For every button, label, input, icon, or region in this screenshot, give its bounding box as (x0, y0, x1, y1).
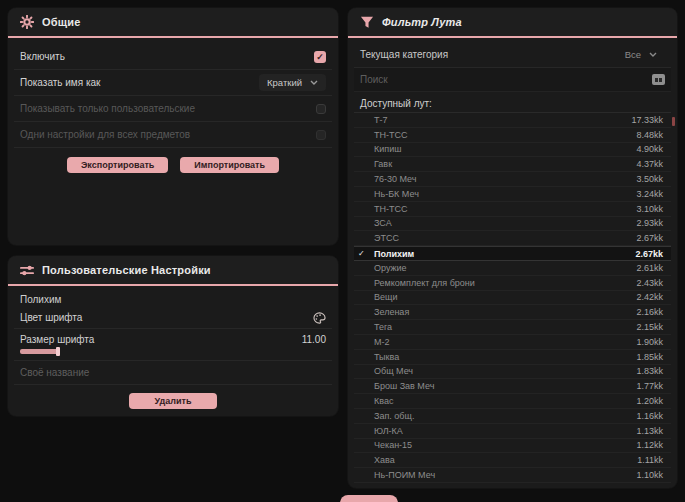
category-value: Все (625, 49, 641, 60)
loot-item-row[interactable]: ✓ Зап. общ. 1.16kk (354, 409, 671, 424)
loot-item-row[interactable]: ✓ Ремкомплект для брони 2.43kk (354, 276, 671, 291)
loot-item-name: Нь-ПОИМ Меч (374, 470, 435, 480)
only-custom-row: Показывать только пользовательские (14, 96, 332, 122)
loot-item-value: 2.67kk (636, 233, 663, 243)
loot-item-row[interactable]: ✓ Кипиш 4.90kk (354, 143, 671, 158)
loot-item-row[interactable]: ✓ Гавк 4.37kk (354, 157, 671, 172)
funnel-icon (360, 16, 374, 29)
loot-item-row[interactable]: ✓ Квас 1.20kk (354, 394, 671, 409)
loot-item-row[interactable]: ✓ Оружие 2.61kk (354, 261, 671, 276)
chevron-down-icon (310, 80, 318, 85)
palette-icon[interactable] (313, 312, 326, 324)
font-color-row: Цвет шрифта (14, 307, 332, 329)
app-window: Общие Включить ✓ Показать имя как Кратки… (0, 0, 685, 502)
enable-label: Включить (20, 51, 65, 62)
partial-hidden-button[interactable] (340, 495, 398, 502)
loot-item-value: 3.10kk (636, 204, 663, 214)
loot-item-row[interactable]: ✓ М-2 1.90kk (354, 335, 671, 350)
loot-item-value: 1.83kk (636, 366, 663, 376)
general-panel: Общие Включить ✓ Показать имя как Кратки… (8, 8, 338, 245)
loot-item-row[interactable]: ✓ Тега 2.15kk (354, 320, 671, 335)
loot-item-row[interactable]: ✓ 76-30 Меч 3.50kk (354, 172, 671, 187)
loot-item-value: 1.10kk (636, 470, 663, 480)
only-custom-checkbox[interactable] (316, 104, 326, 114)
same-settings-row: Одни настройки для всех предметов (14, 122, 332, 148)
loot-item-name: Хава (374, 455, 395, 465)
loot-item-value: 8.48kk (636, 130, 663, 140)
import-button[interactable]: Импортировать (180, 157, 279, 173)
category-label: Текущая категория (360, 49, 448, 60)
font-size-label: Размер шрифта (20, 334, 94, 345)
loot-item-value: 2.67kk (635, 249, 663, 259)
loot-item-row[interactable]: ✓ Полихим 2.67kk (354, 246, 671, 261)
gear-icon (20, 15, 34, 29)
loot-item-row[interactable]: ✓ ЮЛ-КА 1.13kk (354, 424, 671, 439)
loot-item-row[interactable]: ✓ ТН-ТСС 3.10kk (354, 202, 671, 217)
loot-item-name: ЗСА (374, 218, 392, 228)
delete-button[interactable]: Удалить (129, 393, 217, 409)
left-column: Общие Включить ✓ Показать имя как Кратки… (8, 8, 338, 494)
loot-item-name: Квас (374, 396, 393, 406)
loot-item-value: 1.13kk (636, 426, 663, 436)
show-name-row: Показать имя как Краткий (14, 70, 332, 96)
loot-item-row[interactable]: ✓ Хава 1.11kk (354, 453, 671, 468)
loot-item-name: Нь-БК Меч (374, 189, 419, 199)
loot-item-row[interactable]: ✓ Общ Меч 1.83kk (354, 365, 671, 380)
loot-item-name: Общ Меч (374, 366, 413, 376)
loot-item-row[interactable]: ✓ Зеленая 2.16kk (354, 305, 671, 320)
loot-item-row[interactable]: ✓ Т-7 17.33kk (354, 113, 671, 128)
loot-item-value: 3.24kk (636, 189, 663, 199)
export-import-row: Экспортировать Импортировать (8, 148, 338, 182)
enable-row: Включить ✓ (14, 44, 332, 70)
loot-item-row[interactable]: ✓ Тыква 1.85kk (354, 350, 671, 365)
loot-item-row[interactable]: ✓ Чекан-15 1.12kk (354, 439, 671, 454)
loot-item-name: Ремкомплект для брони (374, 278, 475, 288)
same-settings-label: Одни настройки для всех предметов (20, 129, 190, 140)
selected-item-name: Полихим (8, 286, 338, 307)
loot-filter-panel: Фильтр Лута Текущая категория Все Доступ… (348, 8, 677, 488)
available-loot-label: Доступный лут: (348, 92, 677, 112)
custom-panel-title: Пользовательские Настройки (42, 264, 211, 276)
loot-item-row[interactable]: ✓ ЭТСС 2.67kk (354, 231, 671, 246)
category-select[interactable]: Все (617, 46, 665, 63)
loot-item-value: 2.61kk (636, 263, 663, 273)
general-panel-title: Общие (42, 16, 81, 28)
loot-item-name: Зап. общ. (374, 411, 414, 421)
search-input[interactable] (360, 74, 652, 85)
loot-item-row[interactable]: ✓ Нь-ПОИМ Меч 1.10kk (354, 468, 671, 483)
loot-item-row[interactable]: ✓ ЗСА 2.93kk (354, 217, 671, 232)
font-size-slider[interactable] (20, 349, 326, 354)
search-settings-icon[interactable] (652, 74, 665, 85)
loot-item-row[interactable]: ✓ Брош Зав Меч 1.77kk (354, 379, 671, 394)
loot-item-name: Т-7 (374, 115, 388, 125)
loot-item-value: 1.11kk (637, 455, 663, 465)
loot-item-name: Вещи (374, 292, 397, 302)
loot-item-value: 4.37kk (636, 159, 663, 169)
loot-item-value: 2.16kk (636, 307, 663, 317)
only-custom-label: Показывать только пользовательские (20, 103, 195, 114)
loot-item-name: Полихим (374, 249, 414, 259)
filter-panel-header: Фильтр Лута (348, 8, 677, 38)
loot-item-row[interactable]: ✓ Нь-БК Меч 3.24kk (354, 187, 671, 202)
loot-item-value: 1.16kk (636, 411, 663, 421)
loot-item-row[interactable]: ✓ Вещи 2.42kk (354, 291, 671, 306)
loot-item-name: ТН-ТСС (374, 204, 408, 214)
custom-name-row (14, 361, 332, 385)
loot-item-row[interactable]: ✓ ТН-ТСС 8.48kk (354, 128, 671, 143)
loot-item-value: 3.50kk (636, 174, 663, 184)
same-settings-checkbox[interactable] (316, 130, 326, 140)
delete-row: Удалить (8, 385, 338, 416)
chevron-down-icon (649, 52, 657, 57)
show-name-select[interactable]: Краткий (259, 74, 326, 91)
loot-item-value: 2.43kk (636, 278, 663, 288)
enable-checkbox[interactable]: ✓ (314, 51, 326, 63)
custom-name-input[interactable] (20, 367, 326, 378)
scrollbar-thumb[interactable] (672, 117, 675, 126)
export-button[interactable]: Экспортировать (67, 157, 168, 173)
loot-item-name: Брош Зав Меч (374, 381, 434, 391)
loot-item-name: М-2 (374, 337, 390, 347)
loot-item-name: Чекан-15 (374, 440, 412, 450)
slider-handle[interactable] (56, 347, 60, 356)
loot-item-name: 76-30 Меч (374, 174, 417, 184)
show-name-label: Показать имя как (20, 77, 100, 88)
